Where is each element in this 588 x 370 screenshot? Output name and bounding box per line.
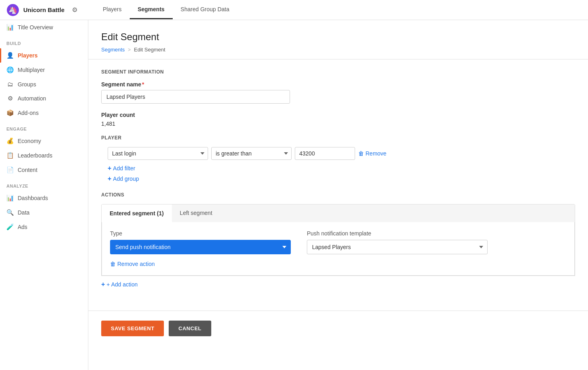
cancel-button[interactable]: CANCEL	[169, 321, 211, 336]
sidebar-label-dashboards: Dashboards	[18, 195, 48, 201]
player-count-label: Player count	[101, 112, 575, 118]
sidebar-item-automation[interactable]: ⚙ Automation	[0, 91, 88, 106]
action-type-label: Type	[110, 230, 291, 237]
sidebar-label-automation: Automation	[18, 95, 46, 102]
segment-info-section: SEGMENT INFORMATION Segment name* Player…	[101, 69, 575, 127]
add-filter-link[interactable]: + Add filter	[101, 165, 575, 172]
sidebar-item-players[interactable]: 👤 Players	[0, 48, 88, 63]
sidebar-item-players-wrapper: 👤 Players	[0, 48, 88, 63]
content-icon: 📄	[6, 166, 14, 174]
players-icon: 👤	[6, 52, 14, 59]
sidebar-section-engage: ENGAGE	[0, 120, 88, 134]
economy-icon: 💰	[6, 137, 14, 145]
player-count-value: 1,481	[101, 121, 575, 127]
action-type-select[interactable]: Send push notification Grant item Grant …	[110, 240, 291, 254]
actions-section-title: ACTIONS	[101, 192, 575, 198]
app-title: Unicorn Battle	[23, 6, 65, 13]
logo-area: 🦄 Unicorn Battle ⚙	[6, 4, 95, 16]
bottom-actions: SAVE SEGMENT CANCEL	[88, 311, 588, 346]
settings-icon[interactable]: ⚙	[72, 6, 78, 14]
svg-text:🦄: 🦄	[8, 6, 18, 14]
filter-field-select[interactable]: Last login Created Level Total spend	[108, 147, 208, 160]
addons-icon: 📦	[6, 109, 14, 117]
push-template-label: Push notification template	[307, 230, 488, 237]
sidebar-label-groups: Groups	[18, 81, 36, 88]
save-segment-button[interactable]: SAVE SEGMENT	[101, 321, 164, 336]
add-action-label: + Add action	[106, 281, 137, 288]
player-section-title: PLAYER	[101, 135, 575, 141]
segment-name-input[interactable]	[101, 90, 290, 104]
page-header: Edit Segment Segments > Edit Segment	[88, 20, 588, 59]
breadcrumb-segments-link[interactable]: Segments	[101, 47, 125, 53]
sidebar: 📊 Title Overview BUILD 👤 Players 🌐 Multi…	[0, 20, 88, 370]
breadcrumb-current: Edit Segment	[134, 47, 165, 53]
sidebar-item-data[interactable]: 🔍 Data	[0, 205, 88, 220]
add-filter-plus-icon: +	[108, 165, 111, 172]
sidebar-item-addons[interactable]: 📦 Add-ons	[0, 106, 88, 120]
sidebar-item-economy[interactable]: 💰 Economy	[0, 134, 88, 148]
push-template-field: Push notification template Lapsed Player…	[307, 230, 488, 254]
data-icon: 🔍	[6, 209, 14, 216]
add-group-label: Add group	[113, 176, 139, 182]
tab-entered-segment[interactable]: Entered segment (1)	[102, 204, 172, 222]
action-row: Type Send push notification Grant item G…	[110, 230, 566, 254]
top-bar: 🦄 Unicorn Battle ⚙ Players Segments Shar…	[0, 0, 588, 20]
segment-name-field: Segment name*	[101, 81, 575, 104]
sidebar-item-dashboards[interactable]: 📊 Dashboards	[0, 191, 88, 205]
main-content: Edit Segment Segments > Edit Segment SEG…	[88, 20, 588, 370]
sidebar-item-groups[interactable]: 🗂 Groups	[0, 77, 88, 91]
actions-tabs-header: Entered segment (1) Left segment	[102, 204, 575, 222]
logo-icon: 🦄	[6, 4, 19, 16]
remove-filter-label: Remove	[365, 150, 386, 157]
content-area: SEGMENT INFORMATION Segment name* Player…	[88, 69, 588, 307]
segment-info-title: SEGMENT INFORMATION	[101, 69, 575, 75]
player-section: PLAYER Last login Created Level Total sp…	[101, 135, 575, 182]
trash-icon: 🗑	[358, 150, 364, 157]
push-template-select[interactable]: Lapsed Players Welcome Back New Offer	[307, 240, 488, 254]
filter-condition-select[interactable]: is greater than is less than equals is b…	[211, 147, 292, 160]
remove-action-label: Remove action	[117, 261, 155, 267]
sidebar-label-title-overview: Title Overview	[18, 24, 53, 31]
sidebar-item-title-overview[interactable]: 📊 Title Overview	[0, 20, 88, 35]
remove-filter-link[interactable]: 🗑 Remove	[358, 150, 386, 157]
sidebar-item-multiplayer[interactable]: 🌐 Multiplayer	[0, 63, 88, 77]
header-divider	[88, 59, 588, 59]
sidebar-item-content[interactable]: 📄 Content	[0, 163, 88, 177]
layout: 📊 Title Overview BUILD 👤 Players 🌐 Multi…	[0, 20, 588, 370]
filter-value-input[interactable]	[295, 147, 355, 160]
player-count-field: Player count 1,481	[101, 112, 575, 127]
add-group-link[interactable]: + Add group	[101, 175, 575, 182]
tab-players[interactable]: Players	[95, 0, 130, 19]
actions-tabs-container: Entered segment (1) Left segment Type Se…	[101, 204, 575, 276]
remove-action-link[interactable]: 🗑 Remove action	[110, 261, 566, 267]
segment-name-label: Segment name*	[101, 81, 575, 88]
groups-icon: 🗂	[6, 81, 14, 88]
add-action-link[interactable]: + + Add action	[101, 281, 575, 288]
tab-left-segment[interactable]: Left segment	[172, 204, 220, 222]
sidebar-label-economy: Economy	[18, 138, 41, 144]
sidebar-label-data: Data	[18, 209, 30, 216]
sidebar-label-players: Players	[18, 52, 38, 59]
breadcrumb: Segments > Edit Segment	[101, 47, 575, 53]
action-type-field: Type Send push notification Grant item G…	[110, 230, 291, 254]
multiplayer-icon: 🌐	[6, 66, 14, 74]
add-filter-label: Add filter	[113, 165, 135, 172]
top-tabs: Players Segments Shared Group Data	[95, 0, 237, 19]
page-title: Edit Segment	[101, 31, 575, 43]
sidebar-section-build: BUILD	[0, 35, 88, 48]
remove-action-trash-icon: 🗑	[110, 261, 116, 267]
sidebar-label-ads: Ads	[18, 224, 27, 230]
sidebar-label-addons: Add-ons	[18, 110, 39, 116]
tab-shared-group-data[interactable]: Shared Group Data	[173, 0, 237, 19]
actions-section: ACTIONS Entered segment (1) Left segment…	[101, 192, 575, 288]
dashboards-icon: 📊	[6, 194, 14, 202]
action-tab-content: Type Send push notification Grant item G…	[102, 222, 575, 276]
sidebar-item-leaderboards[interactable]: 📋 Leaderboards	[0, 148, 88, 163]
sidebar-item-ads[interactable]: 🧪 Ads	[0, 220, 88, 234]
chart-icon: 📊	[6, 24, 14, 31]
automation-icon: ⚙	[6, 95, 14, 102]
ads-icon: 🧪	[6, 223, 14, 231]
sidebar-label-multiplayer: Multiplayer	[18, 67, 45, 73]
sidebar-label-content: Content	[18, 167, 37, 173]
tab-segments[interactable]: Segments	[130, 0, 173, 19]
